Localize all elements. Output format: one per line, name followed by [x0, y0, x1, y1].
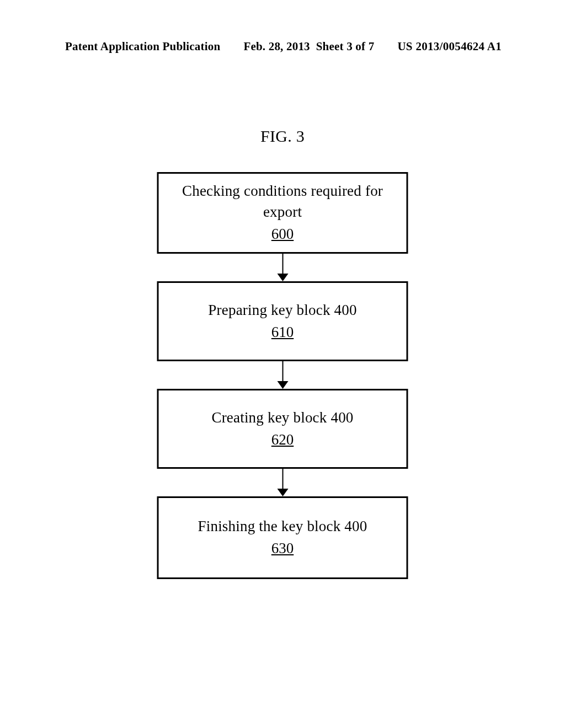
step-text: Preparing key block 400: [208, 300, 356, 321]
arrow-down-icon: [277, 254, 288, 281]
publication-date: Feb. 28, 2013: [243, 40, 310, 53]
figure-label: FIG. 3: [260, 127, 305, 146]
step-text: Checking conditions required for export: [170, 181, 396, 223]
step-ref: 620: [271, 430, 294, 451]
step-text: Creating key block 400: [211, 408, 353, 429]
flowchart: Checking conditions required for export …: [157, 172, 408, 579]
step-ref: 600: [271, 224, 294, 245]
page-header: Patent Application Publication Feb. 28, …: [0, 40, 565, 53]
arrow-down-icon: [277, 469, 288, 496]
flowchart-step-2: Preparing key block 400 610: [157, 281, 408, 361]
sheet-number: Sheet 3 of 7: [316, 40, 375, 53]
step-text: Finishing the key block 400: [198, 516, 367, 537]
flowchart-step-3: Creating key block 400 620: [157, 389, 408, 469]
flowchart-step-4: Finishing the key block 400 630: [157, 496, 408, 579]
publication-label: Patent Application Publication: [65, 40, 220, 53]
patent-number: US 2013/0054624 A1: [397, 40, 502, 53]
step-ref: 610: [271, 322, 294, 343]
arrow-down-icon: [277, 361, 288, 389]
flowchart-step-1: Checking conditions required for export …: [157, 172, 408, 254]
header-date-sheet: Feb. 28, 2013 Sheet 3 of 7: [243, 40, 374, 53]
step-ref: 630: [271, 538, 294, 559]
